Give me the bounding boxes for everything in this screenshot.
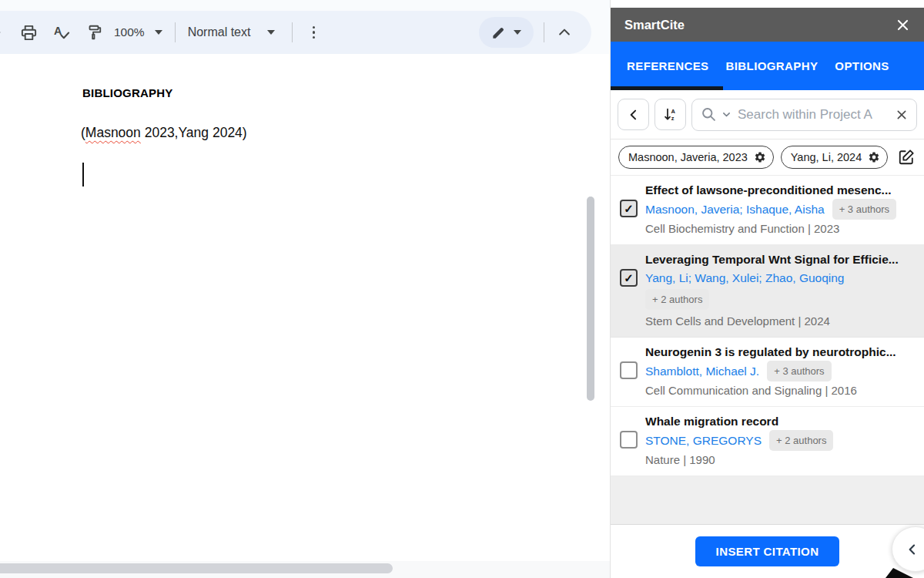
reference-title: Leveraging Temporal Wnt Signal for Effic…: [645, 251, 899, 268]
search-field[interactable]: [691, 99, 917, 131]
vertical-scrollbar[interactable]: [587, 197, 594, 401]
edit-citation-button[interactable]: [896, 149, 916, 166]
search-icon: [701, 106, 717, 123]
chip-label: Yang, Li, 2024: [791, 151, 862, 163]
reference-body: Effect of lawsone-preconditioned mesenc.…: [645, 182, 896, 237]
reference-source: Cell Communication and Signaling | 2016: [645, 381, 896, 399]
reference-authors[interactable]: Masnoon, Javeria; Ishaque, Aisha: [645, 201, 825, 218]
reference-title: Whale migration record: [645, 413, 833, 430]
toolbar-divider: [175, 22, 176, 42]
citation-rest: 2023,Yang 2024): [141, 125, 247, 140]
reference-authors[interactable]: Shamblott, Michael J.: [645, 363, 759, 380]
toolbar-divider: [544, 22, 544, 42]
collapse-toolbar-icon[interactable]: [554, 22, 574, 42]
more-options-icon[interactable]: [303, 22, 323, 42]
panel-footer: INSERT CITATION: [611, 524, 924, 578]
back-button[interactable]: [618, 99, 649, 130]
document-area: A 100% Normal text BIBLIOGRAPHY (Masnoon…: [0, 0, 610, 578]
authors-count-badge: + 2 authors: [645, 289, 709, 310]
reference-source: Cell Biochemistry and Function | 2023: [645, 220, 896, 237]
svg-text:z: z: [671, 115, 675, 122]
chevron-left-icon: [626, 107, 641, 123]
reference-title: Effect of lawsone-preconditioned mesenc.…: [645, 182, 896, 199]
insert-citation-button[interactable]: INSERT CITATION: [695, 536, 840, 566]
redo-icon[interactable]: [0, 22, 8, 42]
reference-item[interactable]: Effect of lawsone-preconditioned mesenc.…: [611, 176, 924, 245]
reference-checkbox[interactable]: [620, 200, 638, 217]
text-cursor: [82, 163, 84, 187]
paint-format-icon[interactable]: [84, 22, 104, 42]
search-input[interactable]: [736, 106, 891, 123]
tab-bibliography[interactable]: BIBLIOGRAPHY: [718, 59, 827, 72]
authors-count-badge: + 3 authors: [767, 361, 831, 381]
paragraph-style[interactable]: Normal text: [188, 25, 251, 39]
panel-title: SmartCite: [624, 18, 685, 32]
tab-references[interactable]: REFERENCES: [618, 59, 718, 72]
sort-button[interactable]: A z: [654, 99, 686, 130]
spellcheck-icon[interactable]: A: [52, 22, 72, 42]
horizontal-scrollbar-track: [0, 561, 610, 578]
tab-options[interactable]: OPTIONS: [826, 59, 897, 72]
docs-toolbar: A 100% Normal text: [0, 11, 591, 54]
editing-mode-caret-icon: [514, 30, 521, 35]
compose-icon: [898, 149, 915, 166]
chevron-left-icon: [905, 542, 920, 557]
doc-citation-text: (Masnoon 2023,Yang 2024): [81, 125, 247, 141]
reference-authors-row: Yang, Li; Wang, Xulei; Zhao, Guoqing + 2…: [645, 268, 899, 312]
citation-flagged-word: Masnoon: [85, 125, 141, 140]
reference-authors-row: Shamblott, Michael J. + 3 authors: [645, 361, 896, 381]
gear-icon[interactable]: [868, 151, 880, 163]
reference-source: Stem Cells and Development | 2024: [645, 312, 899, 330]
reference-authors[interactable]: STONE, GREGORYS: [645, 432, 762, 449]
search-row: A z: [611, 90, 924, 139]
reference-authors[interactable]: Yang, Li; Wang, Xulei; Zhao, Guoqing: [645, 270, 845, 287]
authors-count-badge: + 2 authors: [769, 430, 833, 451]
editing-mode-button[interactable]: [479, 17, 534, 48]
reference-item[interactable]: Leveraging Temporal Wnt Signal for Effic…: [611, 245, 924, 338]
sort-az-icon: A z: [662, 106, 678, 123]
reference-body: Leveraging Temporal Wnt Signal for Effic…: [645, 251, 899, 330]
citation-chips-row: Masnoon, Javeria, 2023 Yang, Li, 2024: [611, 139, 924, 176]
smartcite-header: SmartCite: [611, 8, 924, 42]
smartcite-panel: SmartCite REFERENCES BIBLIOGRAPHY OPTION…: [610, 0, 924, 578]
reference-title: Neurogenin 3 is regulated by neurotrophi…: [645, 344, 896, 361]
horizontal-scrollbar[interactable]: [0, 563, 393, 573]
close-icon[interactable]: [896, 18, 910, 32]
clear-search-icon[interactable]: [896, 109, 908, 121]
pencil-icon: [491, 25, 506, 40]
reference-body: Whale migration record STONE, GREGORYS +…: [645, 413, 833, 469]
reference-source: Nature | 1990: [645, 451, 833, 469]
reference-checkbox[interactable]: [620, 431, 638, 449]
reference-item[interactable]: Neurogenin 3 is regulated by neurotrophi…: [611, 338, 924, 407]
reference-authors-row: STONE, GREGORYS + 2 authors: [645, 430, 833, 451]
reference-list: Effect of lawsone-preconditioned mesenc.…: [611, 176, 924, 525]
chip-label: Masnoon, Javeria, 2023: [628, 151, 748, 163]
zoom-value[interactable]: 100%: [114, 25, 145, 39]
reference-checkbox[interactable]: [620, 269, 638, 287]
reference-authors-row: Masnoon, Javeria; Ishaque, Aisha + 3 aut…: [645, 199, 896, 220]
zoom-caret-icon[interactable]: [155, 30, 162, 35]
search-scope-caret-icon[interactable]: [721, 109, 732, 119]
citation-chip[interactable]: Yang, Li, 2024: [781, 146, 888, 169]
reference-checkbox[interactable]: [620, 361, 638, 379]
reference-item[interactable]: Whale migration record STONE, GREGORYS +…: [611, 407, 924, 476]
doc-heading: BIBLIOGRAPHY: [82, 86, 172, 99]
citation-chip[interactable]: Masnoon, Javeria, 2023: [618, 146, 774, 169]
mouse-cursor: [884, 567, 916, 578]
print-icon[interactable]: [18, 22, 38, 42]
style-caret-icon[interactable]: [267, 30, 275, 35]
toolbar-divider: [292, 22, 293, 42]
reference-body: Neurogenin 3 is regulated by neurotrophi…: [645, 344, 896, 399]
authors-count-badge: + 3 authors: [832, 199, 896, 220]
tab-bar: REFERENCES BIBLIOGRAPHY OPTIONS: [611, 42, 924, 90]
svg-text:A: A: [671, 108, 675, 115]
gear-icon[interactable]: [754, 151, 766, 163]
